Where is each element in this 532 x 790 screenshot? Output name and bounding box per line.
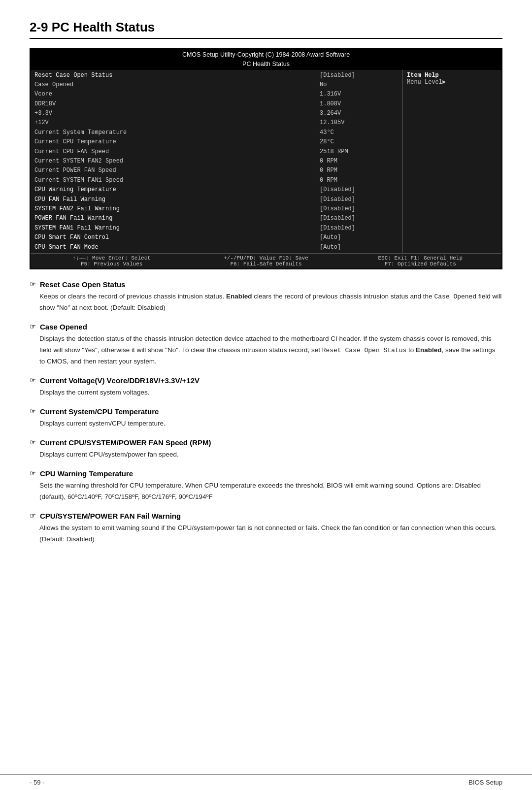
section-cpu-warning-temp: ☞CPU Warning TemperatureSets the warning… xyxy=(30,469,502,503)
bios-header-line1: CMOS Setup Utility-Copyright (C) 1984-20… xyxy=(31,50,501,60)
bios-footer-col: +/-/PU/PD: Value F10: Save xyxy=(189,255,343,261)
section-bullet-icon: ☞ xyxy=(30,376,36,384)
section-heading-text: CPU/SYSTEM/POWER FAN Fail Warning xyxy=(40,512,181,520)
bios-row-value: [Auto] xyxy=(320,243,399,252)
bios-row: SYSTEM FAN2 Fail Warning[Disabled] xyxy=(31,204,402,214)
bios-row-label: SYSTEM FAN2 Fail Warning xyxy=(34,205,320,213)
section-bullet-icon: ☞ xyxy=(30,280,36,288)
section-bullet-icon: ☞ xyxy=(30,323,36,330)
bios-help-panel: Item Help Menu Level► xyxy=(403,70,501,253)
bios-footer-col: ↑↓→←: Move Enter: Select xyxy=(34,255,189,261)
bios-row-value: [Disabled] xyxy=(320,224,399,232)
section-current-fan: ☞Current CPU/SYSTEM/POWER FAN Speed (RPM… xyxy=(30,438,502,461)
bios-row-value: 28°C xyxy=(320,138,399,146)
section-heading-text: CPU Warning Temperature xyxy=(40,469,133,478)
bios-row-label: Vcore xyxy=(34,90,320,99)
bios-header: CMOS Setup Utility-Copyright (C) 1984-20… xyxy=(31,49,501,70)
bios-row: Current POWER FAN Speed0 RPM xyxy=(31,166,402,175)
bios-footer-col: F5: Previous Values xyxy=(34,261,189,267)
bios-row-label: DDR18V xyxy=(34,100,320,108)
section-current-voltage: ☞Current Voltage(V) Vcore/DDR18V/+3.3V/+… xyxy=(30,376,502,398)
bios-header-line2: PC Health Status xyxy=(31,60,501,69)
bios-footer-col: ESC: Exit F1: General Help xyxy=(343,255,498,261)
section-body: Allows the system to emit warning sound … xyxy=(30,523,502,545)
section-case-opened: ☞Case OpenedDisplays the detection statu… xyxy=(30,323,502,367)
footer-title: BIOS Setup xyxy=(468,779,502,786)
bios-row-label: Current POWER FAN Speed xyxy=(34,166,320,175)
page-title: 2-9 PC Health Status xyxy=(30,20,502,39)
bios-row-label: CPU Warning Temperature xyxy=(34,186,320,194)
section-body: Displays current CPU/system/power fan sp… xyxy=(30,449,502,461)
section-body: Displays current system/CPU temperature. xyxy=(30,418,502,429)
section-bullet-icon: ☞ xyxy=(30,438,36,446)
bios-row: DDR18V1.808V xyxy=(31,99,402,109)
bios-body: Reset Case Open Status[Disabled]Case Ope… xyxy=(31,70,501,253)
bios-row: CPU Smart FAN Control[Auto] xyxy=(31,233,402,242)
bios-row-label: Reset Case Open Status xyxy=(34,71,320,80)
section-current-temp: ☞Current System/CPU TemperatureDisplays … xyxy=(30,407,502,429)
section-heading: ☞Current Voltage(V) Vcore/DDR18V/+3.3V/+… xyxy=(30,376,502,385)
bios-row: Current CPU FAN Speed2518 RPM xyxy=(31,147,402,157)
bios-row-value: 43°C xyxy=(320,129,399,137)
bios-table: CMOS Setup Utility-Copyright (C) 1984-20… xyxy=(30,48,502,269)
bios-row-label: POWER FAN Fail Warning xyxy=(34,214,320,223)
bios-row-label: Current CPU Temperature xyxy=(34,138,320,146)
bios-row-value: [Disabled] xyxy=(320,196,399,204)
bios-main-panel: Reset Case Open Status[Disabled]Case Ope… xyxy=(31,70,403,253)
bios-row: Reset Case Open Status[Disabled] xyxy=(31,71,402,80)
section-heading: ☞CPU Warning Temperature xyxy=(30,469,502,478)
bios-row-label: Current CPU FAN Speed xyxy=(34,148,320,156)
page-footer: - 59 - BIOS Setup xyxy=(0,774,532,790)
bios-footer: ↑↓→←: Move Enter: Select+/-/PU/PD: Value… xyxy=(31,253,501,268)
bios-row-label: Case Opened xyxy=(34,81,320,89)
section-bullet-icon: ☞ xyxy=(30,512,36,520)
section-heading-text: Current Voltage(V) Vcore/DDR18V/+3.3V/+1… xyxy=(40,376,200,385)
bios-row-value: 2518 RPM xyxy=(320,148,399,156)
bios-row-label: SYSTEM FAN1 Fail Warning xyxy=(34,224,320,232)
bios-row-value: No xyxy=(320,81,399,89)
bios-row: Current SYSTEM FAN1 Speed0 RPM xyxy=(31,176,402,185)
bios-row-label: CPU FAN Fail Warning xyxy=(34,196,320,204)
section-body: Displays the current system voltages. xyxy=(30,387,502,398)
section-heading-text: Reset Case Open Status xyxy=(40,280,125,289)
bios-row-value: [Disabled] xyxy=(320,186,399,194)
bios-row-value: 0 RPM xyxy=(320,176,399,185)
bios-footer-col: F6: Fail-Safe Defaults xyxy=(189,261,343,267)
section-heading: ☞Current CPU/SYSTEM/POWER FAN Speed (RPM… xyxy=(30,438,502,447)
bios-row: CPU Warning Temperature[Disabled] xyxy=(31,185,402,195)
section-heading: ☞CPU/SYSTEM/POWER FAN Fail Warning xyxy=(30,512,502,520)
bios-row: +12V12.105V xyxy=(31,118,402,128)
bios-row: POWER FAN Fail Warning[Disabled] xyxy=(31,214,402,223)
bios-row-value: 3.264V xyxy=(320,109,399,118)
bios-row-value: 1.316V xyxy=(320,90,399,99)
section-fan-fail-warning: ☞CPU/SYSTEM/POWER FAN Fail WarningAllows… xyxy=(30,512,502,545)
section-body: Keeps or clears the record of previous c… xyxy=(30,291,502,314)
section-reset-case: ☞Reset Case Open StatusKeeps or clears t… xyxy=(30,280,502,314)
bios-row-value: 1.808V xyxy=(320,100,399,108)
bios-row-value: 0 RPM xyxy=(320,157,399,165)
bios-row-label: Current SYSTEM FAN2 Speed xyxy=(34,157,320,165)
section-body: Sets the warning threshold for CPU tempe… xyxy=(30,480,502,503)
sections-container: ☞Reset Case Open StatusKeeps or clears t… xyxy=(30,280,502,545)
bios-row-label: Current SYSTEM FAN1 Speed xyxy=(34,176,320,185)
section-bullet-icon: ☞ xyxy=(30,469,36,477)
bios-row-value: [Disabled] xyxy=(320,214,399,223)
section-body: Displays the detection status of the cha… xyxy=(30,333,502,367)
bios-row-label: CPU Smart FAN Mode xyxy=(34,243,320,252)
section-heading-text: Current CPU/SYSTEM/POWER FAN Speed (RPM) xyxy=(40,438,211,447)
bios-footer-col: F7: Optimized Defaults xyxy=(343,261,498,267)
bios-row-label: +12V xyxy=(34,119,320,127)
bios-row-label: CPU Smart FAN Control xyxy=(34,233,320,242)
bios-help-title: Item Help xyxy=(407,72,498,79)
section-heading: ☞Case Opened xyxy=(30,323,502,331)
bios-row: CPU Smart FAN Mode[Auto] xyxy=(31,243,402,252)
bios-row-value: [Disabled] xyxy=(320,71,399,80)
bios-row-label: Current System Temperature xyxy=(34,129,320,137)
footer-page-number: - 59 - xyxy=(30,779,44,786)
bios-row-value: [Auto] xyxy=(320,233,399,242)
bios-row-value: 0 RPM xyxy=(320,166,399,175)
section-heading-text: Case Opened xyxy=(40,323,87,331)
bios-row: SYSTEM FAN1 Fail Warning[Disabled] xyxy=(31,224,402,233)
section-heading: ☞Reset Case Open Status xyxy=(30,280,502,289)
bios-row-value: 12.105V xyxy=(320,119,399,127)
